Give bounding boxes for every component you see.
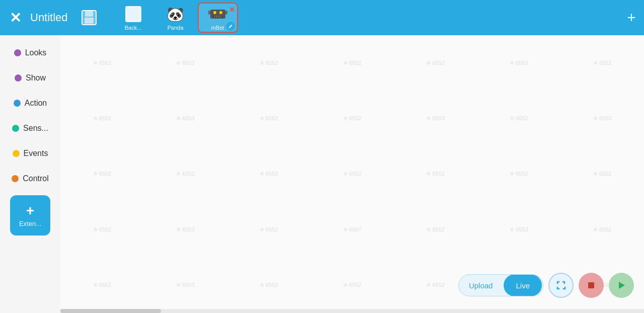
stop-button[interactable]	[579, 273, 604, 298]
scroll-track	[60, 309, 644, 313]
sidebar-item-control[interactable]: Control	[0, 166, 60, 191]
looks-dot	[14, 49, 21, 56]
sidebar-looks-label: Looks	[25, 48, 47, 57]
tab-panda[interactable]: 🐼 Panda	[155, 3, 196, 33]
panda-icon: 🐼	[166, 5, 185, 24]
sidebar-sensors-label: Sens...	[23, 124, 48, 133]
watermark-grid: ※ 6552 ※ 6553 ※ 6552 ※ 6552 ※ 6552 ※ 655…	[60, 35, 644, 313]
svg-point-6	[213, 11, 216, 14]
sidebar-item-show[interactable]: Show	[0, 65, 60, 91]
page-title: Untitled	[30, 11, 68, 24]
mode-toggle: Upload Live	[458, 274, 543, 296]
extend-plus-icon: +	[26, 204, 34, 218]
svg-rect-1	[85, 11, 93, 17]
sidebar-item-looks[interactable]: Looks	[0, 40, 60, 65]
svg-rect-4	[127, 8, 139, 20]
upload-button[interactable]: Upload	[459, 274, 503, 296]
run-icon	[616, 280, 627, 291]
header: ✕ Untitled Back... 🐼 Panda	[0, 0, 644, 35]
run-button[interactable]	[609, 273, 634, 298]
svg-rect-9	[214, 16, 215, 17]
bluetooth-cross-icon: ✕	[229, 6, 235, 14]
fullscreen-icon	[555, 279, 567, 291]
svg-rect-5	[210, 10, 225, 19]
tab-backdrop[interactable]: Back...	[113, 3, 153, 33]
save-button[interactable]	[78, 7, 100, 29]
sidebar: Looks Show Action Sens... Events Control…	[0, 35, 60, 313]
svg-point-7	[219, 11, 222, 14]
sidebar-show-label: Show	[26, 73, 46, 83]
tab-mbot-label: mBot	[211, 25, 224, 31]
extend-label: Exten...	[19, 220, 41, 227]
canvas-area: ※ 6552 ※ 6553 ※ 6552 ※ 6552 ※ 6552 ※ 655…	[60, 35, 644, 313]
edit-badge[interactable]	[226, 22, 235, 31]
save-icon	[81, 10, 97, 26]
live-button[interactable]: Live	[504, 274, 542, 296]
tab-group: Back... 🐼 Panda ✕	[113, 3, 238, 33]
fullscreen-button[interactable]	[548, 273, 574, 298]
svg-rect-11	[218, 16, 219, 17]
stop-icon	[586, 280, 596, 290]
sidebar-item-sensors[interactable]: Sens...	[0, 116, 60, 141]
svg-rect-16	[588, 282, 594, 288]
close-button[interactable]: ✕	[0, 0, 30, 35]
events-dot	[13, 150, 20, 157]
backdrop-icon	[124, 5, 143, 24]
svg-rect-14	[225, 11, 227, 15]
svg-rect-2	[85, 18, 94, 24]
extend-button[interactable]: + Exten...	[10, 195, 50, 236]
sidebar-action-label: Action	[25, 99, 47, 108]
sidebar-control-label: Control	[23, 174, 49, 183]
sidebar-events-label: Events	[24, 149, 48, 158]
scroll-thumb[interactable]	[60, 309, 161, 313]
sidebar-item-events[interactable]: Events	[0, 141, 60, 166]
control-dot	[12, 175, 19, 182]
mbot-icon	[208, 5, 227, 24]
svg-rect-10	[216, 16, 217, 17]
svg-rect-13	[208, 11, 210, 15]
tab-backdrop-label: Back...	[125, 25, 142, 31]
sidebar-item-action[interactable]: Action	[0, 91, 60, 116]
show-dot	[15, 74, 22, 82]
sensors-dot	[12, 125, 19, 132]
tab-panda-label: Panda	[168, 25, 184, 31]
svg-rect-12	[220, 16, 221, 17]
action-dot	[14, 100, 21, 107]
tab-mbot[interactable]: ✕	[198, 3, 238, 33]
bottom-controls: Upload Live	[458, 273, 634, 298]
add-sprite-button[interactable]: +	[619, 0, 644, 35]
